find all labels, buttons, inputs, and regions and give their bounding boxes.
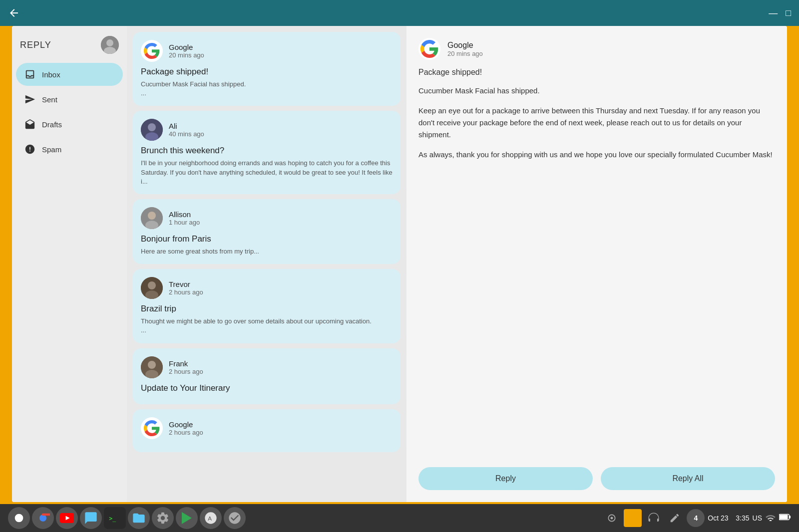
avatar-frank xyxy=(141,356,163,378)
user-avatar[interactable] xyxy=(101,36,119,54)
detail-sender: Google xyxy=(447,41,483,50)
email-item-2[interactable]: Ali 40 mins ago Brunch this weekend? I'l… xyxy=(133,111,400,194)
email-extra-1: ... xyxy=(141,89,393,98)
youtube-icon[interactable] xyxy=(56,507,78,529)
chrome-icon[interactable] xyxy=(32,507,54,529)
spam-label: Spam xyxy=(42,145,61,154)
inbox-icon xyxy=(24,69,36,80)
title-bar: — □ xyxy=(0,0,799,26)
sidebar-header: REPLY xyxy=(12,30,127,62)
email-sender-4: Trevor xyxy=(169,280,203,288)
sidebar-item-inbox[interactable]: Inbox xyxy=(16,63,123,86)
spam-icon xyxy=(24,144,36,155)
pen-icon[interactable] xyxy=(666,509,684,527)
email-preview-1: Cucumber Mask Facial has shipped. xyxy=(141,80,393,89)
wifi-icon xyxy=(765,513,776,524)
email-item-3[interactable]: Allison 1 hour ago Bonjour from Paris He… xyxy=(133,199,400,264)
avatar-allison xyxy=(141,207,163,229)
email-list: Google 20 mins ago Package shipped! Cucu… xyxy=(127,26,406,502)
email-item-6[interactable]: Google 2 hours ago xyxy=(133,409,400,452)
drafts-icon xyxy=(24,119,36,130)
svg-point-1 xyxy=(106,39,113,46)
inbox-label: Inbox xyxy=(42,70,60,79)
messages-icon[interactable] xyxy=(80,507,102,529)
svg-marker-20 xyxy=(182,512,192,524)
camera-indicator xyxy=(8,507,30,529)
sidebar-item-spam[interactable]: Spam xyxy=(16,138,123,161)
detail-time: 20 mins ago xyxy=(447,50,483,57)
sidebar: REPLY Inbox Sen xyxy=(12,26,127,502)
detail-body-line1: Cucumber Mask Facial has shipped. xyxy=(418,85,775,97)
email-preview-2: I'll be in your neighborhood doing erran… xyxy=(141,159,393,186)
email-preview-3: Here are some great shots from my trip..… xyxy=(141,247,393,256)
email-detail-pane: Google 20 mins ago Package shipped! Cucu… xyxy=(406,26,787,502)
terminal-icon[interactable]: >_ xyxy=(104,507,126,529)
email-item-5[interactable]: Frank 2 hours ago Update to Your Itinera… xyxy=(133,348,400,404)
svg-point-7 xyxy=(148,212,156,220)
detail-subject: Package shipped! xyxy=(418,68,775,77)
email-time-6: 2 hours ago xyxy=(169,429,203,436)
avatar-google-1 xyxy=(141,40,163,62)
window-controls: — □ xyxy=(769,8,791,18)
email-subject-3: Bonjour from Paris xyxy=(141,234,393,244)
reply-all-button[interactable]: Reply All xyxy=(601,467,775,490)
app-store-icon[interactable]: A xyxy=(200,507,222,529)
email-preview-4: Thought we might be able to go over some… xyxy=(141,317,393,326)
maximize-button[interactable]: □ xyxy=(786,8,791,18)
reply-button[interactable]: Reply xyxy=(418,467,593,490)
svg-text:A: A xyxy=(208,515,212,522)
sent-label: Sent xyxy=(42,95,57,104)
svg-point-15 xyxy=(15,514,23,523)
svg-point-24 xyxy=(611,517,613,520)
email-time-1: 20 mins ago xyxy=(169,51,204,59)
email-sender-2: Ali xyxy=(169,122,204,130)
email-sender-1: Google xyxy=(169,43,204,51)
sent-icon xyxy=(24,94,36,105)
yellow-square-icon[interactable] xyxy=(624,509,642,527)
detail-body-para2: As always, thank you for shopping with u… xyxy=(418,149,775,161)
email-sender-3: Allison xyxy=(169,210,200,219)
detail-avatar xyxy=(418,38,440,60)
files-icon[interactable] xyxy=(128,507,150,529)
svg-point-10 xyxy=(148,281,156,289)
notification-badge[interactable]: 4 xyxy=(687,509,705,527)
taskbar: >_ A xyxy=(0,504,799,532)
avatar-ali xyxy=(141,119,163,141)
play-store-icon[interactable] xyxy=(176,507,198,529)
email-subject-1: Package shipped! xyxy=(141,67,393,77)
taskbar-region: US xyxy=(753,514,762,522)
taskbar-time: 3:35 xyxy=(736,514,749,522)
detail-body: Cucumber Mask Facial has shipped. Keep a… xyxy=(418,85,775,455)
email-sender-6: Google xyxy=(169,420,203,429)
svg-rect-27 xyxy=(789,516,791,519)
back-button[interactable] xyxy=(8,7,20,19)
svg-rect-26 xyxy=(780,515,788,519)
settings-icon[interactable] xyxy=(152,507,174,529)
webcam-indicator xyxy=(603,509,621,527)
detail-body-para1: Keep an eye out for a package to arrive … xyxy=(418,105,775,141)
email-extra-4: ... xyxy=(141,326,393,335)
avatar-trevor xyxy=(141,277,163,299)
detail-header: Google 20 mins ago xyxy=(418,38,775,60)
email-item-4[interactable]: Trevor 2 hours ago Brazil trip Thought w… xyxy=(133,269,400,343)
email-item-1[interactable]: Google 20 mins ago Package shipped! Cucu… xyxy=(133,32,400,106)
support-icon[interactable] xyxy=(224,507,246,529)
sidebar-item-sent[interactable]: Sent xyxy=(16,88,123,111)
svg-point-4 xyxy=(148,123,156,131)
email-subject-4: Brazil trip xyxy=(141,304,393,314)
avatar-google-2 xyxy=(141,417,163,439)
detail-actions: Reply Reply All xyxy=(418,467,775,490)
main-window: REPLY Inbox Sen xyxy=(12,26,787,502)
drafts-label: Drafts xyxy=(42,120,62,129)
headphone-icon[interactable] xyxy=(645,509,663,527)
taskbar-date: Oct 23 xyxy=(708,514,733,522)
sidebar-item-drafts[interactable]: Drafts xyxy=(16,113,123,136)
svg-point-13 xyxy=(148,361,156,369)
email-sender-5: Frank xyxy=(169,359,203,368)
minimize-button[interactable]: — xyxy=(769,8,778,18)
battery-icon xyxy=(779,514,791,523)
email-subject-2: Brunch this weekend? xyxy=(141,146,393,156)
taskbar-right: 4 Oct 23 3:35 US xyxy=(603,509,791,527)
email-subject-5: Update to Your Itinerary xyxy=(141,383,393,393)
email-time-4: 2 hours ago xyxy=(169,288,203,296)
